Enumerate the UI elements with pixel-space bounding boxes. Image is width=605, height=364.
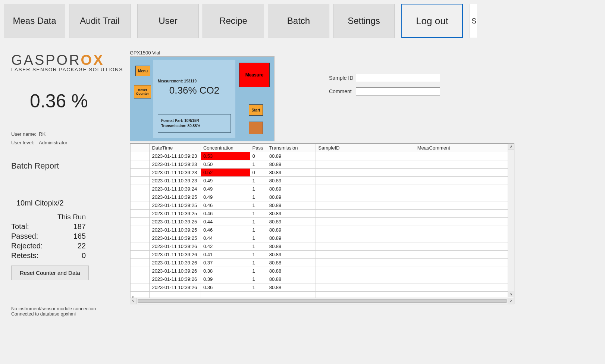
table-cell[interactable] [316, 283, 415, 292]
scrollbar-horizontal[interactable] [130, 298, 514, 304]
table-cell[interactable]: 80.89 [267, 185, 316, 193]
table-cell[interactable] [316, 193, 415, 201]
table-cell[interactable] [131, 210, 150, 218]
table-cell[interactable]: 80.89 [267, 177, 316, 185]
nav-recipe[interactable]: Recipe [203, 4, 264, 38]
table-cell[interactable]: 1 [250, 242, 267, 251]
table-cell[interactable] [316, 152, 415, 160]
table-row[interactable]: 2023-01-11 10:39:230.50180.89 [131, 160, 514, 169]
table-cell[interactable]: 1 [250, 267, 267, 275]
table-cell[interactable]: 2023-01-11 10:39:25 [150, 210, 201, 218]
table-cell[interactable]: 1 [250, 226, 267, 234]
table-cell[interactable]: 2023-01-11 10:39:26 [150, 242, 201, 251]
table-cell[interactable] [131, 185, 150, 193]
col-concentration[interactable]: Concentration [201, 144, 250, 152]
table-row[interactable]: 2023-01-11 10:39:260.36180.88 [131, 283, 514, 292]
table-cell[interactable]: 0.49 [201, 193, 250, 201]
table-cell[interactable] [415, 234, 514, 242]
nav-meas-data[interactable]: Meas Data [4, 4, 65, 38]
reset-counter-data-button[interactable]: Reset Counter and Data [11, 266, 89, 280]
table-cell[interactable]: 0.49 [201, 185, 250, 193]
table-cell[interactable]: 0.38 [201, 267, 250, 275]
table-cell[interactable]: 80.89 [267, 169, 316, 177]
table-row[interactable]: 2023-01-11 10:39:260.38180.88 [131, 267, 514, 275]
device-measure-button[interactable]: Measure [239, 63, 270, 87]
col-datetime[interactable]: DateTime [150, 144, 201, 152]
table-cell[interactable] [131, 201, 150, 210]
table-cell[interactable]: 80.89 [267, 210, 316, 218]
table-cell[interactable]: 0.46 [201, 201, 250, 210]
table-cell[interactable]: 80.88 [267, 267, 316, 275]
col-sampleid[interactable]: SampleID [316, 144, 415, 152]
table-cell[interactable] [131, 251, 150, 259]
table-row[interactable]: 2023-01-11 10:39:260.37180.88 [131, 259, 514, 267]
device-reset-counter-button[interactable]: Reset Counter [134, 85, 151, 98]
table-cell[interactable] [131, 234, 150, 242]
table-cell[interactable] [316, 177, 415, 185]
table-cell[interactable] [131, 193, 150, 201]
nav-right-partial[interactable]: S [470, 4, 477, 38]
table-row[interactable]: 2023-01-11 10:39:260.41180.89 [131, 251, 514, 259]
table-cell[interactable]: 80.89 [267, 218, 316, 226]
table-cell[interactable]: 80.89 [267, 193, 316, 201]
table-cell[interactable] [415, 283, 514, 292]
table-cell[interactable]: 0.36 [201, 283, 250, 292]
table-cell[interactable]: 2023-01-11 10:39:24 [150, 185, 201, 193]
table-cell[interactable]: 80.88 [267, 275, 316, 283]
table-cell[interactable] [415, 218, 514, 226]
table-cell[interactable] [131, 152, 150, 160]
table-cell[interactable]: 2023-01-11 10:39:25 [150, 201, 201, 210]
table-cell[interactable]: 1 [250, 259, 267, 267]
table-row[interactable]: 2023-01-11 10:39:230.49180.89 [131, 177, 514, 185]
scrollbar-vertical[interactable] [508, 144, 514, 297]
table-cell[interactable]: 80.89 [267, 152, 316, 160]
table-cell[interactable]: 0.44 [201, 218, 250, 226]
table-cell[interactable]: 1 [250, 275, 267, 283]
table-cell[interactable]: 0.44 [201, 234, 250, 242]
table-cell[interactable] [131, 160, 150, 169]
col-pass[interactable]: Pass [250, 144, 267, 152]
table-cell[interactable] [415, 226, 514, 234]
table-cell[interactable]: 2023-01-11 10:39:23 [150, 177, 201, 185]
table-row[interactable]: 2023-01-11 10:39:230.52080.89 [131, 169, 514, 177]
table-cell[interactable] [316, 210, 415, 218]
table-cell[interactable] [131, 259, 150, 267]
table-cell[interactable]: 0.49 [201, 177, 250, 185]
table-cell[interactable]: 1 [250, 234, 267, 242]
table-cell[interactable]: 1 [250, 193, 267, 201]
col-transmission[interactable]: Transmission [267, 144, 316, 152]
table-cell[interactable]: 80.89 [267, 242, 316, 251]
table-cell[interactable] [316, 218, 415, 226]
sample-id-input[interactable] [356, 74, 440, 82]
table-cell[interactable] [316, 160, 415, 169]
table-cell[interactable] [415, 267, 514, 275]
table-row[interactable]: 2023-01-11 10:39:260.42180.89 [131, 242, 514, 251]
table-cell[interactable] [415, 275, 514, 283]
table-cell[interactable]: 2023-01-11 10:39:23 [150, 152, 201, 160]
table-cell[interactable]: 1 [250, 251, 267, 259]
device-menu-button[interactable]: Menu [135, 66, 150, 76]
col-rowheader[interactable] [131, 144, 150, 152]
table-cell[interactable] [316, 242, 415, 251]
table-cell[interactable]: 1 [250, 201, 267, 210]
table-cell[interactable]: 0.37 [201, 259, 250, 267]
table-cell[interactable] [316, 251, 415, 259]
nav-user[interactable]: User [137, 4, 199, 38]
table-row[interactable]: 2023-01-11 10:39:250.46180.89 [131, 226, 514, 234]
comment-input[interactable] [356, 87, 440, 95]
table-cell[interactable]: 80.89 [267, 226, 316, 234]
table-cell[interactable] [131, 218, 150, 226]
table-cell[interactable]: 1 [250, 177, 267, 185]
table-cell[interactable] [316, 226, 415, 234]
nav-logout[interactable]: Log out [401, 4, 463, 38]
table-cell[interactable]: 80.89 [267, 234, 316, 242]
table-cell[interactable]: 2023-01-11 10:39:26 [150, 283, 201, 292]
table-row[interactable]: 2023-01-11 10:39:250.49180.89 [131, 193, 514, 201]
table-cell[interactable] [415, 177, 514, 185]
table-cell[interactable]: 1 [250, 185, 267, 193]
table-cell[interactable] [316, 275, 415, 283]
table-cell[interactable]: 80.88 [267, 259, 316, 267]
table-cell[interactable]: 80.89 [267, 251, 316, 259]
table-cell[interactable] [316, 234, 415, 242]
table-cell[interactable] [415, 193, 514, 201]
